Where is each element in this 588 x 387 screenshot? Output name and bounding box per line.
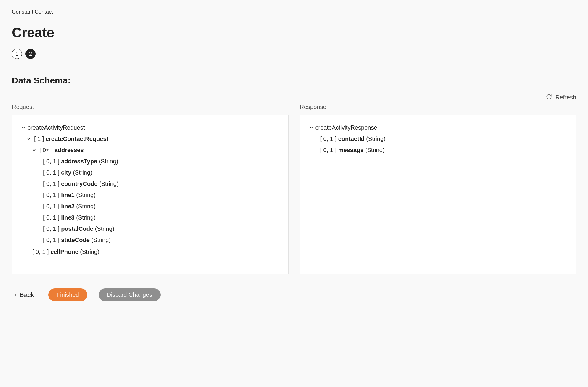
tree-node-cardinality: [ 0, 1 ]: [43, 201, 60, 212]
tree-leaf[interactable]: [ 0, 1 ] message (String): [308, 144, 568, 156]
tree-node-type: (String): [76, 201, 96, 212]
tree-node-type: (String): [76, 212, 96, 223]
tree-node-name: line3: [61, 212, 75, 223]
finished-button[interactable]: Finished: [48, 288, 87, 301]
tree-node-name: countryCode: [61, 178, 97, 189]
discard-changes-button[interactable]: Discard Changes: [99, 288, 161, 301]
refresh-button[interactable]: Refresh: [546, 94, 576, 101]
step-2[interactable]: 2: [25, 49, 36, 59]
tree-node-name: message: [338, 144, 364, 156]
response-panel: createActivityResponse [ 0, 1 ] contactI…: [300, 115, 576, 274]
tree-node-root[interactable]: createActivityRequest: [20, 122, 280, 133]
tree-leaf[interactable]: [ 0, 1 ] line2 (String): [20, 201, 280, 212]
tree-node-cardinality: [ 0, 1 ]: [43, 234, 60, 246]
tree-node-name: city: [61, 167, 71, 178]
page-title: Create: [12, 25, 576, 41]
step-connector: [22, 54, 25, 54]
refresh-label: Refresh: [555, 94, 576, 101]
section-title: Data Schema:: [12, 75, 576, 86]
tree-node[interactable]: [ 1 ] createContactRequest: [20, 133, 280, 144]
tree-node-type: (String): [76, 189, 96, 201]
tree-leaf[interactable]: [ 0, 1 ] postalCode (String): [20, 223, 280, 234]
tree-node-cardinality: [ 0+ ]: [39, 144, 53, 156]
tree-node-type: (String): [99, 156, 118, 167]
tree-node-name: line2: [61, 201, 75, 212]
response-header: Response: [300, 104, 576, 110]
tree-node-cardinality: [ 0, 1 ]: [43, 178, 60, 189]
tree-node-cardinality: [ 0, 1 ]: [43, 156, 60, 167]
tree-leaf[interactable]: [ 0, 1 ] stateCode (String): [20, 234, 280, 246]
tree-leaf[interactable]: [ 0, 1 ] addressType (String): [20, 156, 280, 167]
refresh-icon: [546, 94, 552, 101]
stepper: 1 2: [12, 49, 576, 59]
tree-node-type: (String): [80, 246, 100, 257]
tree-node-cardinality: [ 0, 1 ]: [43, 223, 60, 234]
tree-leaf[interactable]: [ 0, 1 ] contactId (String): [308, 133, 568, 144]
tree-leaf[interactable]: [ 0, 1 ] line3 (String): [20, 212, 280, 223]
back-button[interactable]: Back: [14, 291, 34, 299]
tree-leaf[interactable]: [ 0, 1 ] countryCode (String): [20, 178, 280, 189]
tree-node-type: (String): [91, 234, 111, 246]
tree-node-type: (String): [73, 167, 92, 178]
tree-leaf[interactable]: [ 0, 1 ] city (String): [20, 167, 280, 178]
tree-node-name: createContactRequest: [46, 133, 108, 144]
tree-node-cardinality: [ 0, 1 ]: [43, 212, 60, 223]
tree-node-name: stateCode: [61, 234, 90, 246]
chevron-down-icon: [26, 137, 32, 141]
tree-node-name: postalCode: [61, 223, 93, 234]
tree-leaf[interactable]: [ 0, 1 ] cellPhone (String): [20, 246, 280, 257]
tree-node-cardinality: [ 0, 1 ]: [32, 246, 49, 257]
chevron-down-icon: [308, 126, 314, 129]
tree-node-type: (String): [365, 144, 385, 156]
request-header: Request: [12, 104, 289, 110]
step-1[interactable]: 1: [12, 49, 22, 59]
tree-node-root[interactable]: createActivityResponse: [308, 122, 568, 133]
chevron-left-icon: [14, 291, 17, 299]
tree-node-cardinality: [ 0, 1 ]: [43, 189, 60, 201]
breadcrumb-link[interactable]: Constant Contact: [12, 9, 53, 15]
tree-node-label: createActivityRequest: [28, 122, 85, 133]
tree-leaf[interactable]: [ 0, 1 ] line1 (String): [20, 189, 280, 201]
tree-node-cardinality: [ 0, 1 ]: [320, 144, 337, 156]
tree-node-cardinality: [ 0, 1 ]: [43, 167, 60, 178]
tree-node-type: (String): [95, 223, 115, 234]
back-label: Back: [20, 291, 34, 299]
request-panel: createActivityRequest [ 1 ] createContac…: [12, 115, 289, 274]
tree-node-name: cellPhone: [50, 246, 78, 257]
tree-node-name: contactId: [338, 133, 365, 144]
chevron-down-icon: [20, 126, 26, 129]
tree-node-name: line1: [61, 189, 75, 201]
tree-node-type: (String): [366, 133, 386, 144]
chevron-down-icon: [31, 148, 37, 152]
tree-node-cardinality: [ 0, 1 ]: [320, 133, 337, 144]
tree-node-name: addresses: [55, 144, 84, 156]
tree-node-cardinality: [ 1 ]: [34, 133, 44, 144]
tree-node-label: createActivityResponse: [315, 122, 377, 133]
tree-node[interactable]: [ 0+ ] addresses: [20, 144, 280, 156]
tree-node-type: (String): [99, 178, 119, 189]
tree-node-name: addressType: [61, 156, 97, 167]
